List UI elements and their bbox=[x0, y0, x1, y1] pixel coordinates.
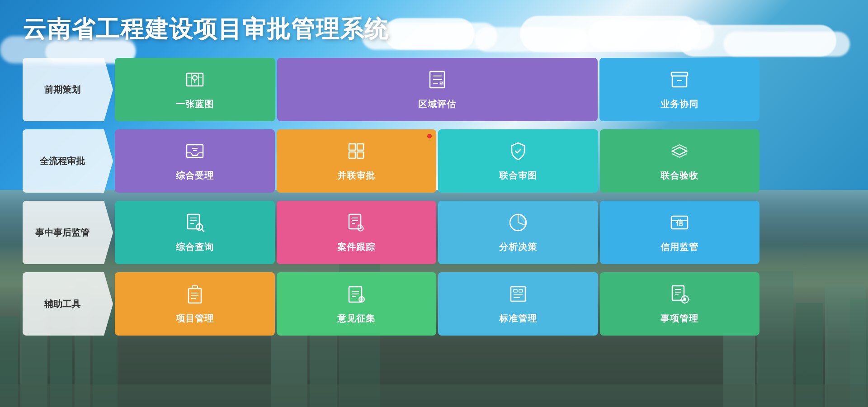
pie-chart-icon bbox=[507, 212, 529, 237]
svg-rect-22 bbox=[672, 76, 687, 87]
map-icon bbox=[184, 69, 206, 94]
grid-icon bbox=[345, 140, 367, 165]
tile-label-anjiangenzhong: 案件跟踪 bbox=[337, 241, 375, 253]
tile-lianheyanshou[interactable]: 联合验收 bbox=[600, 129, 760, 193]
svg-rect-31 bbox=[188, 214, 199, 229]
tile-shixiangguanli[interactable]: 事项管理 bbox=[600, 272, 760, 336]
gear-doc-icon bbox=[669, 283, 690, 308]
checklist-icon bbox=[426, 69, 448, 94]
tile-zonghesouli[interactable]: 综合受理 bbox=[115, 129, 275, 193]
clipboard-icon bbox=[184, 283, 206, 308]
svg-point-15 bbox=[193, 76, 197, 80]
svg-rect-30 bbox=[357, 152, 363, 158]
tiles-row2: 综合受理 并联审批 bbox=[115, 129, 760, 193]
svg-rect-29 bbox=[349, 152, 355, 158]
svg-rect-37 bbox=[349, 214, 361, 229]
tile-xinyongjianguan[interactable]: 信 信用监管 bbox=[600, 201, 760, 264]
svg-point-41 bbox=[360, 227, 362, 229]
row-label-shiqianshihou: 事中事后监管 bbox=[23, 201, 113, 264]
tile-label-zonghechaxun: 综合查询 bbox=[176, 241, 214, 253]
tile-xiangmuguanli[interactable]: 项目管理 bbox=[115, 272, 275, 336]
notification-dot bbox=[427, 134, 432, 138]
tile-label-biaozhunguanli: 标准管理 bbox=[499, 312, 537, 325]
svg-text:信: 信 bbox=[675, 219, 684, 227]
doc-track-icon bbox=[345, 212, 367, 237]
tiles-row3: 综合查询 案件跟踪 bbox=[115, 201, 760, 264]
tile-label-xinyongjianguan: 信用监管 bbox=[660, 241, 698, 253]
tile-fenxijuece[interactable]: 分析决策 bbox=[438, 201, 598, 264]
page-title: 云南省工程建设项目审批管理系统 bbox=[23, 14, 760, 45]
tile-anjiangenzhong[interactable]: 案件跟踪 bbox=[277, 201, 437, 264]
tile-label-xiangmuguanli: 项目管理 bbox=[176, 312, 214, 325]
svg-rect-58 bbox=[514, 289, 517, 292]
tile-label-yijianzhengji: 意见征集 bbox=[337, 312, 375, 325]
tile-label-fenxijuece: 分析决策 bbox=[499, 241, 537, 253]
tiles-row1: 一张蓝图 区域评估 bbox=[115, 58, 760, 121]
tile-label-yizhanlantu: 一张蓝图 bbox=[176, 98, 214, 110]
row-label-fuzhu: 辅助工具 bbox=[23, 272, 113, 336]
svg-line-36 bbox=[202, 229, 204, 232]
shield-icon bbox=[507, 140, 529, 165]
svg-rect-62 bbox=[672, 286, 684, 300]
svg-rect-27 bbox=[349, 144, 355, 150]
tile-label-quyupinggu: 区域评估 bbox=[418, 98, 456, 110]
tile-yewuxietong[interactable]: 业务协同 bbox=[599, 58, 760, 121]
svg-rect-28 bbox=[357, 144, 363, 150]
search-doc-icon bbox=[184, 212, 206, 237]
tile-binglianshenpi[interactable]: 并联审批 bbox=[277, 129, 437, 193]
inbox-icon bbox=[184, 140, 206, 165]
doc-collect-icon bbox=[345, 283, 367, 308]
tile-zonghechaxun[interactable]: 综合查询 bbox=[115, 201, 275, 264]
row-shiqianshihou: 事中事后监管 综合查询 bbox=[23, 201, 760, 264]
layers-icon bbox=[669, 140, 690, 165]
standard-icon bbox=[507, 283, 529, 308]
grid-container: 前期策划 一张蓝图 bbox=[23, 58, 760, 393]
tile-label-binglianshenpi: 并联审批 bbox=[337, 170, 375, 182]
tile-yizhanlantu[interactable]: 一张蓝图 bbox=[115, 58, 275, 121]
row-quanliucheng: 全流程审批 综合受理 bbox=[23, 129, 760, 193]
tile-label-lianheyanshou: 联合验收 bbox=[660, 170, 698, 182]
tile-label-yewuxietong: 业务协同 bbox=[660, 98, 698, 110]
tile-lianheshenshen[interactable]: 联合审图 bbox=[438, 129, 598, 193]
tile-quyupinggu[interactable]: 区域评估 bbox=[277, 58, 598, 121]
row-qianqi: 前期策划 一张蓝图 bbox=[23, 58, 760, 121]
tiles-row4: 项目管理 意见征集 bbox=[115, 272, 760, 336]
svg-rect-59 bbox=[519, 289, 523, 292]
credit-icon: 信 bbox=[669, 212, 690, 237]
tile-label-zonghesouli: 综合受理 bbox=[176, 170, 214, 182]
svg-point-67 bbox=[684, 298, 686, 301]
row-label-qianqi: 前期策划 bbox=[23, 58, 113, 121]
archive-icon bbox=[669, 69, 690, 94]
tile-label-lianheshenshen: 联合审图 bbox=[499, 170, 537, 182]
tile-biaozhunguanli[interactable]: 标准管理 bbox=[438, 272, 598, 336]
row-fuzhu: 辅助工具 项目管理 bbox=[23, 272, 760, 336]
tile-label-shixiangguanli: 事项管理 bbox=[660, 312, 698, 325]
row-label-quanliucheng: 全流程审批 bbox=[23, 129, 113, 193]
svg-rect-57 bbox=[511, 287, 525, 301]
tile-yijianzhengji[interactable]: 意见征集 bbox=[277, 272, 437, 336]
